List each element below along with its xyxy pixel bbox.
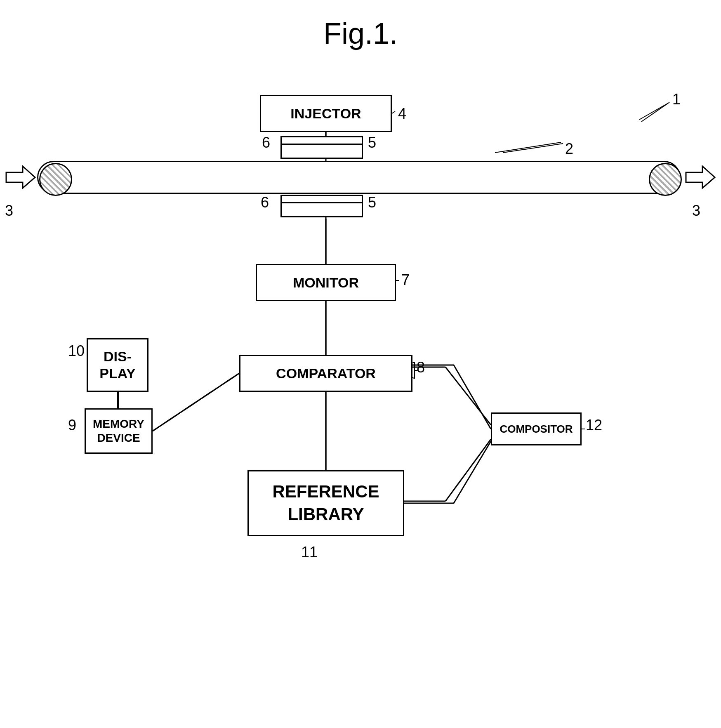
sensor-top bbox=[280, 136, 363, 159]
comparator-box: COMPARATOR bbox=[239, 355, 412, 392]
label-6-bottom: 6 bbox=[261, 194, 269, 211]
label-3-left: 3 bbox=[5, 202, 13, 219]
label-6-top: 6 bbox=[262, 134, 270, 151]
arrow-left-input bbox=[4, 164, 37, 191]
svg-line-31 bbox=[412, 362, 415, 363]
svg-line-29 bbox=[392, 111, 395, 113]
svg-line-5 bbox=[153, 373, 239, 431]
label-3-right: 3 bbox=[692, 202, 700, 219]
sensor-top-inner bbox=[282, 144, 362, 145]
svg-line-11 bbox=[639, 103, 668, 120]
svg-line-32 bbox=[412, 377, 415, 379]
label-11: 11 bbox=[301, 544, 318, 561]
svg-line-10 bbox=[454, 441, 491, 503]
ref-library-box: REFERENCE LIBRARY bbox=[247, 470, 404, 536]
svg-line-8 bbox=[454, 365, 491, 429]
sensor-bottom bbox=[280, 195, 363, 217]
conveyor-belt bbox=[37, 161, 681, 194]
svg-line-12 bbox=[495, 142, 561, 153]
memory-box: MEMORY DEVICE bbox=[85, 408, 153, 454]
label-12: 12 bbox=[586, 417, 602, 434]
svg-line-27 bbox=[641, 102, 669, 122]
belt-roller-right bbox=[649, 163, 682, 196]
svg-marker-13 bbox=[6, 166, 35, 188]
svg-line-28 bbox=[503, 144, 563, 153]
figure-title: Fig.1. bbox=[323, 16, 398, 50]
label-2: 2 bbox=[565, 140, 573, 158]
injector-box: INJECTOR bbox=[260, 95, 392, 132]
svg-line-24 bbox=[445, 367, 491, 425]
sensor-bottom-inner bbox=[282, 202, 362, 203]
label-8: 8 bbox=[417, 359, 425, 376]
label-7: 7 bbox=[401, 271, 410, 289]
svg-marker-14 bbox=[686, 166, 715, 188]
label-9: 9 bbox=[68, 417, 76, 434]
label-4: 4 bbox=[398, 105, 406, 123]
label-5-top: 5 bbox=[368, 134, 376, 151]
belt-roller-left bbox=[39, 163, 72, 196]
compositor-box: COMPOSITOR bbox=[491, 412, 582, 445]
monitor-box: MONITOR bbox=[256, 264, 396, 301]
arrow-right-output bbox=[684, 164, 717, 191]
display-box: DIS- PLAY bbox=[87, 338, 148, 392]
label-5-bottom: 5 bbox=[368, 194, 376, 211]
svg-line-26 bbox=[445, 439, 491, 501]
label-1: 1 bbox=[672, 91, 681, 108]
label-10: 10 bbox=[68, 342, 85, 360]
svg-line-22 bbox=[153, 373, 239, 431]
